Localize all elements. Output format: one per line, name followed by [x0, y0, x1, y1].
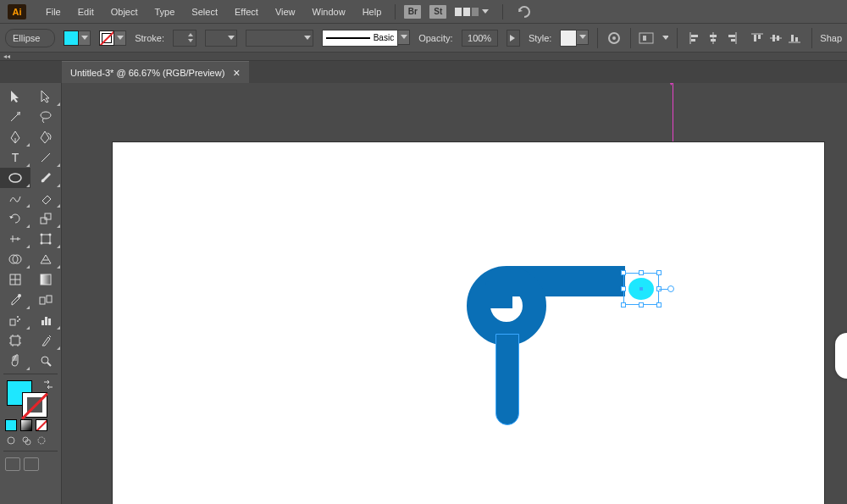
- canvas[interactable]: ▾: [62, 83, 847, 504]
- properties-panel-pull-tab[interactable]: [835, 333, 847, 379]
- stroke-swatch-dropdown[interactable]: [99, 30, 126, 46]
- chevron-down-icon[interactable]: [662, 36, 667, 40]
- color-mode-solid[interactable]: [5, 419, 17, 431]
- document-tab[interactable]: Untitled-3* @ 66.67% (RGB/Preview) ×: [62, 61, 249, 83]
- shape-panel-label[interactable]: Shap: [820, 33, 842, 43]
- resize-handle[interactable]: [621, 286, 626, 291]
- color-mode-none[interactable]: [36, 419, 47, 431]
- resize-handle[interactable]: [621, 270, 626, 275]
- eyedropper-tool[interactable]: [0, 290, 30, 310]
- align-right-button[interactable]: [723, 30, 740, 47]
- align-to-button[interactable]: [639, 29, 654, 47]
- resize-handle[interactable]: [656, 270, 662, 275]
- slice-tool[interactable]: [30, 330, 61, 351]
- separator: [811, 28, 812, 48]
- arrow-cursor-icon: [9, 90, 21, 103]
- sync-icon[interactable]: [517, 5, 532, 19]
- svg-line-52: [47, 363, 51, 366]
- draw-inside[interactable]: [36, 435, 47, 446]
- bridge-badge[interactable]: Br: [404, 5, 421, 19]
- resize-handle[interactable]: [621, 302, 626, 307]
- align-bottom-button[interactable]: [786, 30, 803, 47]
- symbol-sprayer-tool[interactable]: [0, 310, 30, 330]
- shaper-tool[interactable]: [0, 188, 30, 208]
- opacity-input[interactable]: 100%: [462, 30, 498, 47]
- scale-tool[interactable]: [30, 208, 61, 229]
- resize-handle[interactable]: [639, 270, 644, 275]
- menu-window[interactable]: Window: [304, 0, 354, 24]
- zoom-tool[interactable]: [30, 351, 61, 371]
- paintbrush-tool[interactable]: [30, 168, 61, 188]
- align-vcenter-button[interactable]: [767, 30, 784, 47]
- mesh-tool[interactable]: [0, 269, 30, 290]
- stroke-color-box[interactable]: [22, 392, 47, 418]
- blend-tool[interactable]: [30, 290, 61, 310]
- gradient-tool[interactable]: [30, 269, 61, 290]
- menu-select[interactable]: Select: [183, 0, 226, 24]
- curvature-tool[interactable]: [30, 127, 61, 147]
- rotate-tool[interactable]: [0, 208, 30, 229]
- menu-view[interactable]: View: [267, 0, 304, 24]
- resize-handle[interactable]: [639, 302, 644, 307]
- perspective-icon: [39, 253, 53, 265]
- arrow-cursor-outline-icon: [40, 90, 52, 103]
- menu-type[interactable]: Type: [147, 0, 184, 24]
- artboard[interactable]: [113, 142, 824, 504]
- menu-object[interactable]: Object: [102, 0, 147, 24]
- ellipse-tool[interactable]: [0, 168, 30, 188]
- panel-collapse-strip[interactable]: ◂◂: [0, 53, 847, 61]
- workspace-switcher[interactable]: [455, 8, 489, 16]
- fill-swatch-dropdown[interactable]: [64, 30, 91, 46]
- menu-help[interactable]: Help: [354, 0, 390, 24]
- align-left-button[interactable]: [686, 30, 703, 47]
- pen-icon: [9, 130, 21, 144]
- lasso-tool[interactable]: [30, 107, 61, 127]
- recolor-artwork-button[interactable]: [606, 29, 621, 47]
- magic-wand-tool[interactable]: [0, 107, 30, 127]
- align-hcenter-button[interactable]: [705, 30, 722, 47]
- svg-point-34: [41, 242, 43, 245]
- fill-stroke-control[interactable]: [0, 377, 61, 418]
- draw-behind[interactable]: [20, 435, 32, 446]
- brush-definition-dropdown[interactable]: Basic: [322, 30, 410, 47]
- swap-fill-stroke-button[interactable]: [42, 379, 54, 392]
- close-tab-button[interactable]: ×: [233, 69, 240, 77]
- align-top-button[interactable]: [749, 30, 766, 47]
- screen-mode-full[interactable]: [24, 457, 39, 471]
- screen-mode-normal[interactable]: [5, 457, 20, 471]
- menu-edit[interactable]: Edit: [69, 0, 102, 24]
- menu-file[interactable]: File: [37, 0, 69, 24]
- scale-icon: [40, 213, 52, 224]
- artboard-tool[interactable]: [0, 330, 30, 351]
- direct-selection-tool[interactable]: [30, 86, 61, 107]
- hand-tool[interactable]: [0, 351, 30, 371]
- selection-tool[interactable]: [0, 86, 30, 107]
- eraser-tool[interactable]: [30, 188, 61, 208]
- graphic-style-dropdown[interactable]: [560, 30, 589, 47]
- swap-arrows-icon: [42, 379, 54, 390]
- line-tool[interactable]: [30, 147, 61, 168]
- menu-effect[interactable]: Effect: [226, 0, 267, 24]
- variable-width-profile[interactable]: [205, 30, 237, 47]
- free-transform-tool[interactable]: [30, 229, 61, 249]
- svg-point-32: [41, 234, 43, 236]
- shape-builder-tool[interactable]: [0, 249, 30, 269]
- opacity-popup-button[interactable]: [507, 30, 520, 47]
- stroke-weight-input[interactable]: [173, 30, 197, 47]
- column-graph-tool[interactable]: [30, 310, 61, 330]
- resize-handle[interactable]: [656, 302, 662, 307]
- stroke-profile-dropdown[interactable]: [246, 30, 313, 47]
- svg-point-53: [8, 437, 14, 444]
- stock-badge[interactable]: St: [429, 5, 446, 19]
- perspective-grid-tool[interactable]: [30, 249, 61, 269]
- selection-bounding-box[interactable]: [623, 273, 659, 305]
- mesh-icon: [9, 274, 21, 285]
- pie-widget-handle[interactable]: [667, 285, 674, 292]
- width-tool[interactable]: [0, 229, 30, 249]
- type-tool[interactable]: T: [0, 147, 30, 168]
- svg-point-33: [49, 234, 52, 236]
- color-mode-gradient[interactable]: [20, 419, 32, 431]
- svg-rect-10: [710, 35, 717, 37]
- pen-tool[interactable]: [0, 127, 30, 147]
- draw-normal[interactable]: [5, 435, 17, 446]
